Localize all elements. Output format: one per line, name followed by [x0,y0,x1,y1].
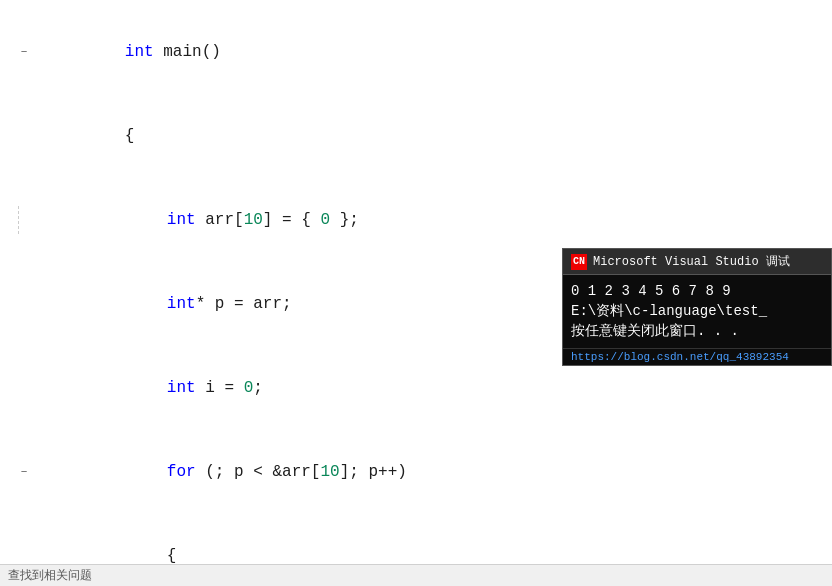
collapse-btn-6[interactable]: − [16,458,32,486]
token: for [167,463,196,481]
console-window: CN Microsoft Visual Studio 调试 0 1 2 3 4 … [562,248,832,366]
gutter-3 [0,206,40,234]
token: ]; p++) [340,463,407,481]
collapse-btn-1[interactable]: − [16,38,32,66]
token: }; [330,211,359,229]
token: { [167,547,177,565]
console-output-2: E:\资料\c-language\test_ [571,301,823,321]
token: int [167,295,196,313]
token: 0 [244,379,254,397]
console-app-icon: CN [571,254,587,270]
token: 0 [320,211,330,229]
gutter-6: − [0,458,40,486]
token: int [125,43,154,61]
line-6: − for (; p < &arr[10]; p++) [0,430,832,514]
console-titlebar: CN Microsoft Visual Studio 调试 [563,249,831,275]
token: ] = { [263,211,321,229]
line-1: − int main() [0,10,832,94]
console-output-1: 0 1 2 3 4 5 6 7 8 9 [571,281,823,301]
token: i = [196,379,244,397]
editor: − int main() { int arr[10] = { 0 }; [0,0,832,586]
line-2: { [0,94,832,178]
token: { [125,127,135,145]
line-content-6: for (; p < &arr[10]; p++) [40,430,832,514]
token: int [167,211,196,229]
token: ; [253,379,263,397]
console-url[interactable]: https://blog.csdn.net/qq_43892354 [563,348,831,365]
token: 10 [320,463,339,481]
line-content-1: int main() [40,10,832,94]
bottom-bar-text: 查找到相关问题 [8,567,92,584]
line-content-2: { [40,94,832,178]
token: main() [154,43,221,61]
token: * p = arr; [196,295,292,313]
token: int [167,379,196,397]
bottom-bar: 查找到相关问题 [0,564,832,586]
token: 10 [244,211,263,229]
console-title: Microsoft Visual Studio 调试 [593,253,790,270]
console-output-3: 按任意键关闭此窗口. . . [571,321,823,341]
token: (; p < &arr[ [196,463,321,481]
token: arr[ [196,211,244,229]
gutter-1: − [0,38,40,66]
